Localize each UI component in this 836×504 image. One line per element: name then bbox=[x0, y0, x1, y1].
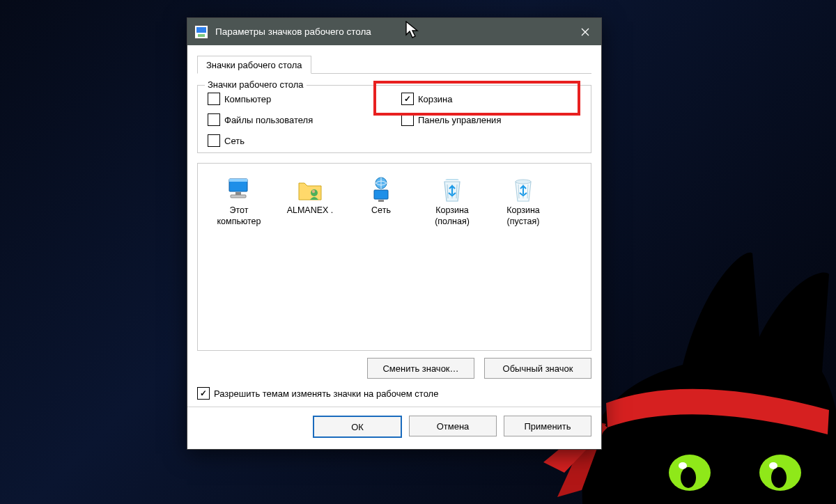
restore-default-button[interactable]: Обычный значок bbox=[484, 358, 591, 379]
icon-item-this-pc[interactable]: Этоткомпьютер bbox=[203, 176, 274, 228]
network-icon bbox=[366, 176, 396, 204]
svg-rect-9 bbox=[231, 195, 246, 198]
svg-point-4 bbox=[771, 467, 787, 488]
allow-themes-checkbox[interactable]: Разрешить темам изменять значки на рабоч… bbox=[197, 387, 591, 400]
close-button[interactable] bbox=[569, 18, 601, 45]
checkbox-icon bbox=[208, 93, 220, 105]
icon-preview-box: Этоткомпьютер ALMANEX . bbox=[197, 163, 591, 351]
user-folder-icon bbox=[295, 176, 325, 204]
svg-point-2 bbox=[679, 462, 687, 469]
icon-item-recycle-empty[interactable]: Корзина(пустая) bbox=[488, 176, 559, 228]
group-desktop-icons: Значки рабочего стола Компьютер Корзина … bbox=[197, 85, 591, 153]
ok-button[interactable]: ОК bbox=[313, 416, 402, 438]
svg-rect-8 bbox=[235, 192, 241, 195]
checkbox-icon bbox=[401, 93, 414, 105]
icon-label: Корзина(полная) bbox=[435, 205, 470, 228]
icon-label: Этоткомпьютер bbox=[217, 205, 261, 228]
icon-label: Сеть bbox=[371, 205, 391, 228]
recycle-bin-full-icon bbox=[437, 176, 467, 204]
apply-button[interactable]: Применить bbox=[504, 416, 591, 436]
icon-item-recycle-full[interactable]: Корзина(полная) bbox=[417, 176, 488, 228]
checkbox-label: Корзина bbox=[418, 94, 453, 104]
icon-label: ALMANEX . bbox=[287, 205, 334, 228]
checkbox-control-panel[interactable]: Панель управления bbox=[401, 113, 581, 126]
icon-item-network[interactable]: Сеть bbox=[346, 176, 417, 228]
computer-icon bbox=[224, 176, 254, 204]
tab-desktop-icons[interactable]: Значки рабочего стола bbox=[197, 56, 311, 74]
checkbox-label: Файлы пользователя bbox=[224, 115, 313, 125]
app-icon bbox=[194, 25, 208, 39]
checkbox-label: Сеть bbox=[224, 136, 245, 146]
checkbox-network[interactable]: Сеть bbox=[208, 134, 387, 147]
checkbox-label: Компьютер bbox=[224, 94, 271, 104]
cancel-button[interactable]: Отмена bbox=[409, 416, 497, 436]
tab-row: Значки рабочего стола bbox=[197, 54, 591, 74]
checkbox-icon bbox=[197, 387, 210, 400]
close-icon bbox=[581, 28, 589, 36]
svg-point-1 bbox=[681, 467, 696, 488]
svg-point-3 bbox=[759, 455, 801, 491]
svg-point-11 bbox=[312, 190, 315, 193]
window-title: Параметры значков рабочего стола bbox=[215, 26, 569, 37]
svg-point-0 bbox=[669, 455, 711, 491]
titlebar[interactable]: Параметры значков рабочего стола bbox=[187, 18, 601, 45]
checkbox-icon bbox=[208, 113, 220, 126]
checkbox-computer[interactable]: Компьютер bbox=[208, 93, 387, 105]
svg-rect-7 bbox=[229, 179, 247, 182]
group-title: Значки рабочего стола bbox=[205, 79, 307, 90]
svg-rect-14 bbox=[378, 200, 384, 202]
checkbox-icon bbox=[401, 113, 414, 126]
checkbox-recycle-bin[interactable]: Корзина bbox=[401, 93, 581, 105]
icon-label: Корзина(пустая) bbox=[506, 205, 540, 228]
svg-point-5 bbox=[769, 462, 777, 469]
dialog-footer: ОК Отмена Применить bbox=[187, 407, 601, 449]
desktop-icon-settings-dialog: Параметры значков рабочего стола Значки … bbox=[187, 17, 602, 450]
change-icon-button[interactable]: Сменить значок… bbox=[367, 358, 474, 379]
svg-point-15 bbox=[516, 180, 531, 184]
svg-rect-13 bbox=[374, 190, 388, 199]
checkbox-user-files[interactable]: Файлы пользователя bbox=[208, 113, 387, 126]
recycle-bin-empty-icon bbox=[508, 176, 539, 204]
checkbox-icon bbox=[208, 134, 220, 147]
icon-item-user[interactable]: ALMANEX . bbox=[274, 176, 346, 228]
checkbox-label: Панель управления bbox=[418, 115, 501, 125]
checkbox-label: Разрешить темам изменять значки на рабоч… bbox=[214, 388, 438, 399]
